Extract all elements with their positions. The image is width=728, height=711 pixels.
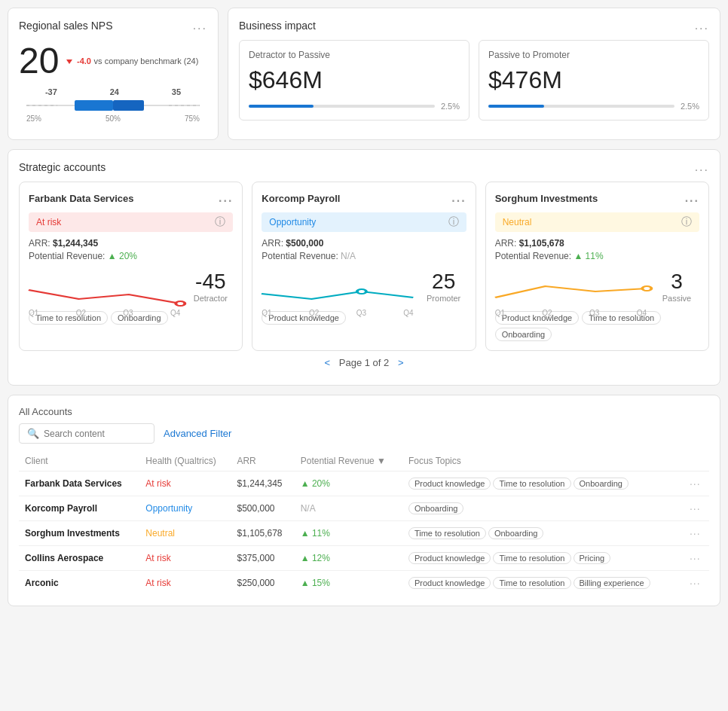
table-tag: Onboarding xyxy=(488,527,544,539)
account-2-info-icon[interactable]: ⓘ xyxy=(681,215,692,229)
nps-delta: -4.0 vs company benchmark (24) xyxy=(66,55,198,66)
cell-client-3: Collins Aerospace xyxy=(19,546,139,571)
bi-bar-track-0 xyxy=(249,105,435,108)
nps-card: Regional sales NPS ... 20 -4.0 vs compan… xyxy=(8,8,219,140)
account-1-chart-row: Q1Q2Q3Q4 25 Promoter xyxy=(262,267,466,305)
nps-menu-button[interactable]: ... xyxy=(193,19,207,32)
nps-score-area: 20 -4.0 vs company benchmark (24) xyxy=(19,40,207,81)
next-page-button[interactable]: > xyxy=(398,357,404,368)
col-header-health: Health (Qualtrics) xyxy=(139,451,231,471)
account-1-arr: ARR: $500,000 xyxy=(262,238,466,249)
account-1-menu[interactable]: ... xyxy=(451,191,466,205)
account-0-score-area: -45 Detractor xyxy=(188,270,233,303)
account-0-potential-value: ▲ 20% xyxy=(108,251,137,261)
table-row: Korcomp Payroll Opportunity $500,000 N/A… xyxy=(19,496,709,521)
account-2-score: 3 xyxy=(654,270,699,294)
nps-axis-50: 50% xyxy=(106,114,121,123)
account-card-2: Sorghum Investments ... Neutral ⓘ ARR: $… xyxy=(485,182,709,351)
col-header-potential[interactable]: Potential Revenue ▼ xyxy=(295,451,402,471)
cell-actions-4[interactable]: ··· xyxy=(684,571,709,596)
account-0-name: Farbank Data Services xyxy=(29,193,133,204)
col-header-focus: Focus Topics xyxy=(402,451,684,471)
cell-actions-1[interactable]: ··· xyxy=(684,496,709,521)
cell-focus-1: Onboarding xyxy=(402,496,684,521)
cell-actions-2[interactable]: ··· xyxy=(684,521,709,546)
account-2-status-label: Neutral xyxy=(503,217,532,227)
bi-metric-0-label: Detractor to Passive xyxy=(249,50,460,60)
account-1-score-area: 25 Promoter xyxy=(421,270,466,303)
account-1-title-row: Korcomp Payroll ... xyxy=(262,191,466,205)
account-0-info-icon[interactable]: ⓘ xyxy=(215,215,225,229)
row-dots-0[interactable]: ··· xyxy=(690,478,701,490)
col-header-client: Client xyxy=(19,451,139,471)
account-0-chart: Q1Q2Q3Q4 xyxy=(29,267,180,305)
table-tag: Product knowledge xyxy=(408,577,491,589)
strategic-menu-button[interactable]: ... xyxy=(695,160,709,174)
account-2-arr: ARR: $1,105,678 xyxy=(495,238,699,249)
account-0-status-label: At risk xyxy=(36,217,61,227)
prev-page-button[interactable]: < xyxy=(325,357,331,368)
account-2-menu[interactable]: ... xyxy=(685,191,699,205)
pagination: < Page 1 of 2 > xyxy=(19,351,709,374)
bi-menu-button[interactable]: ... xyxy=(695,19,709,32)
account-0-arr-value: $1,244,345 xyxy=(53,238,98,249)
svg-point-0 xyxy=(176,301,185,306)
delta-down-icon xyxy=(66,60,72,64)
account-2-name: Sorghum Investments xyxy=(495,193,598,204)
table-tag: Product knowledge xyxy=(408,552,491,564)
cell-client-0: Farbank Data Services xyxy=(19,471,139,496)
bi-metric-1-bar: 2.5% xyxy=(488,102,699,111)
account-0-chart-row: Q1Q2Q3Q4 -45 Detractor xyxy=(29,267,233,305)
table-tag: Onboarding xyxy=(574,478,629,490)
row-dots-1[interactable]: ··· xyxy=(690,502,701,514)
nps-axis-25: 25% xyxy=(26,114,41,123)
cell-health-4: At risk xyxy=(139,571,231,596)
row-dots-4[interactable]: ··· xyxy=(690,577,701,589)
cell-actions-0[interactable]: ··· xyxy=(684,471,709,496)
account-1-status-badge: Opportunity ⓘ xyxy=(262,212,466,232)
cell-focus-4: Product knowledgeTime to resolutionBilli… xyxy=(402,571,684,596)
nps-bar-val-2: 24 xyxy=(110,87,119,96)
nps-axis-75: 75% xyxy=(185,114,200,123)
row-dots-3[interactable]: ··· xyxy=(690,552,701,564)
strategic-accounts-card: Strategic accounts ... Farbank Data Serv… xyxy=(8,149,720,386)
cell-potential-3: ▲ 12% xyxy=(295,546,402,571)
nps-bar-visual: -37 24 35 25% 50% 75% xyxy=(19,87,207,123)
account-0-menu[interactable]: ... xyxy=(219,191,233,205)
bi-metric-1-value: $476M xyxy=(488,66,699,94)
account-1-info-icon[interactable]: ⓘ xyxy=(448,215,459,229)
account-2-title-row: Sorghum Investments ... xyxy=(495,191,699,205)
account-1-status-label: Opportunity xyxy=(269,217,316,227)
nps-benchmark-block: -4.0 vs company benchmark (24) xyxy=(66,55,198,66)
search-input[interactable] xyxy=(44,429,134,439)
account-1-score: 25 xyxy=(421,270,466,294)
bi-metrics-container: Detractor to Passive $646M 2.5% Passive … xyxy=(239,40,709,121)
bi-metric-1: Passive to Promoter $476M 2.5% xyxy=(479,40,709,121)
cell-client-4: Arconic xyxy=(19,571,139,596)
account-0-arr-label: ARR: xyxy=(29,238,50,249)
table-row: Farbank Data Services At risk $1,244,345… xyxy=(19,471,709,496)
svg-point-2 xyxy=(642,286,651,291)
bi-card-title: Business impact ... xyxy=(239,19,709,32)
account-2-potential: Potential Revenue: ▲ 11% xyxy=(495,251,699,261)
nps-title-label: Regional sales NPS xyxy=(19,20,113,32)
cell-arr-4: $250,000 xyxy=(231,571,294,596)
account-0-title-row: Farbank Data Services ... xyxy=(29,191,233,205)
cell-arr-2: $1,105,678 xyxy=(231,521,294,546)
svg-point-1 xyxy=(357,289,366,294)
account-0-q-labels: Q1Q2Q3Q4 xyxy=(29,309,180,317)
col-header-arr: ARR xyxy=(231,451,294,471)
bi-metric-0-bar: 2.5% xyxy=(249,102,460,111)
table-row: Collins Aerospace At risk $375,000 ▲ 12%… xyxy=(19,546,709,571)
row-dots-2[interactable]: ··· xyxy=(690,527,701,539)
bi-metric-0-pct: 2.5% xyxy=(441,102,460,111)
table-tag: Billing experience xyxy=(574,577,650,589)
strategic-title-label: Strategic accounts xyxy=(19,161,106,173)
nps-card-title: Regional sales NPS ... xyxy=(19,19,207,32)
account-0-potential: Potential Revenue: ▲ 20% xyxy=(29,251,233,261)
advanced-filter-button[interactable]: Advanced Filter xyxy=(164,428,231,439)
search-box: 🔍 xyxy=(19,423,154,444)
account-0-arr: ARR: $1,244,345 xyxy=(29,238,233,249)
cell-actions-3[interactable]: ··· xyxy=(684,546,709,571)
bi-bar-fill-0 xyxy=(249,105,314,108)
